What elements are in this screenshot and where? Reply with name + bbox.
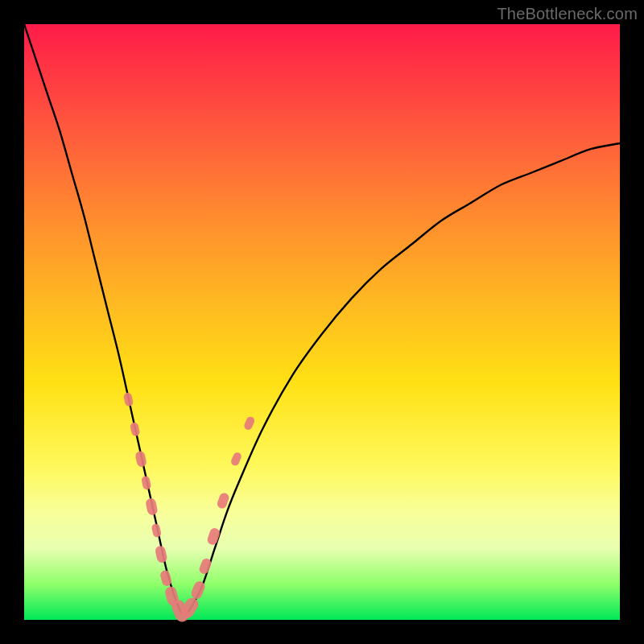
svg-rect-13 (206, 526, 221, 546)
svg-rect-3 (141, 476, 151, 491)
svg-rect-16 (243, 415, 256, 431)
highlight-point (243, 415, 256, 431)
highlight-point (130, 422, 140, 437)
highlight-point (155, 545, 168, 564)
svg-rect-0 (123, 392, 134, 407)
highlight-point (151, 523, 162, 539)
outer-frame: TheBottleneck.com (0, 0, 644, 644)
highlighted-points (123, 392, 256, 624)
highlight-point (145, 497, 159, 516)
chart-svg (24, 24, 620, 620)
svg-rect-5 (151, 523, 162, 539)
highlight-point (123, 392, 134, 407)
svg-rect-6 (155, 545, 168, 564)
highlight-point (134, 450, 147, 468)
highlight-point (141, 476, 151, 491)
svg-rect-4 (145, 497, 159, 516)
watermark-text: TheBottleneck.com (497, 5, 638, 23)
svg-rect-15 (229, 451, 242, 466)
highlight-point (206, 526, 221, 546)
highlight-point (229, 451, 242, 466)
svg-rect-1 (130, 422, 140, 437)
plot-area (24, 24, 620, 620)
bottleneck-curve (24, 24, 620, 614)
svg-rect-2 (134, 450, 147, 468)
